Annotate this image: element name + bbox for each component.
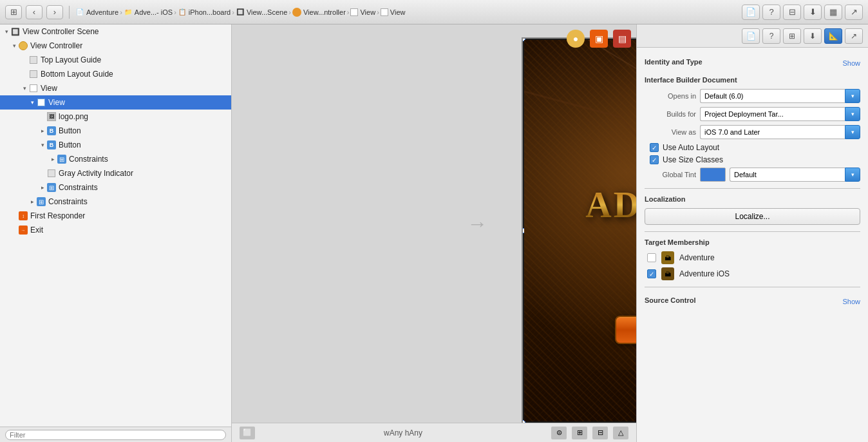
tree-item-constraints2[interactable]: Constraints	[0, 180, 231, 195]
canvas-bottom-left: ⬜	[240, 427, 255, 439]
label-constraints3: Constraints	[48, 197, 88, 206]
inspector-tab-download[interactable]: ⬇	[804, 28, 822, 44]
source-control-show-link[interactable]: Show	[842, 298, 860, 305]
global-tint-swatch[interactable]	[700, 168, 726, 182]
view-as-dropdown-btn[interactable]: ▾	[845, 125, 860, 139]
tree-item-logo[interactable]: 🖼 logo.png	[0, 110, 231, 124]
inspector-tab-ruler[interactable]: 📐	[824, 28, 842, 44]
global-tint-dropdown-btn[interactable]: ▾	[845, 168, 860, 182]
view-as-select[interactable]: iOS 7.0 and Later ▾	[700, 125, 860, 139]
label-button2: Button	[59, 140, 81, 149]
back-btn[interactable]: ‹	[26, 5, 42, 19]
archer-button[interactable]: ARCHER	[615, 316, 636, 344]
target-adventure-ios-checkbox[interactable]: ✓	[647, 269, 656, 278]
inspector-btn[interactable]: ⊟	[783, 5, 801, 20]
device-frame: ADVENTUR ARCHER	[522, 37, 636, 423]
top-layout-icon	[28, 55, 39, 65]
inspector-tab-file[interactable]: 📄	[742, 28, 760, 44]
canvas-circle-icon[interactable]: ●	[567, 30, 585, 48]
view-icon1	[350, 8, 358, 16]
view-parent-icon	[28, 83, 39, 93]
inspector-tab-arrow[interactable]: ↗	[845, 28, 863, 44]
tree-item-vc-scene[interactable]: 🔲 View Controller Scene	[0, 24, 231, 39]
tree-item-view-controller[interactable]: View Controller	[0, 39, 231, 53]
breadcrumb-ios[interactable]: 📁 Adve...- iOS	[124, 8, 173, 17]
label-logo: logo.png	[59, 112, 88, 121]
opens-in-select[interactable]: Default (6.0) ▾	[700, 89, 860, 103]
help-btn[interactable]: ?	[762, 5, 780, 20]
navigator-panel: 🔲 View Controller Scene View Controller …	[0, 24, 232, 442]
tree-item-view-parent[interactable]: View	[0, 81, 231, 95]
inspector-tab-grid[interactable]: ⊞	[783, 28, 801, 44]
breadcrumb-adventure[interactable]: 📄 Adventure	[75, 8, 118, 17]
tree-item-exit[interactable]: → Exit	[0, 223, 231, 237]
tree-item-bottom-layout[interactable]: Bottom Layout Guide	[0, 67, 231, 81]
navigator-filter-input[interactable]	[5, 430, 226, 440]
tree-item-button1[interactable]: B Button	[0, 124, 231, 138]
arrow-btn2	[39, 141, 46, 149]
builds-for-select[interactable]: Project Deployment Tar... ▾	[700, 107, 860, 121]
global-tint-select[interactable]: Default ▾	[730, 168, 860, 182]
navigator-btn[interactable]: ↗	[845, 5, 863, 20]
label-first-responder: First Responder	[30, 211, 85, 220]
target-adventure-icon: 🏔	[661, 251, 674, 264]
builds-for-dropdown-btn[interactable]: ▾	[845, 107, 860, 121]
label-view-parent: View	[41, 84, 57, 93]
vc-icon	[292, 8, 301, 17]
breadcrumb-vc[interactable]: View...ntroller	[292, 8, 346, 17]
opens-in-row: Opens in Default (6.0) ▾	[645, 89, 860, 103]
resolve-btn[interactable]: △	[613, 427, 628, 439]
target-adventure-checkbox[interactable]	[647, 253, 656, 262]
file-icon: 📄	[75, 8, 84, 17]
bottom-layout-icon	[28, 69, 39, 79]
tree-item-constraints1[interactable]: Constraints	[0, 152, 231, 166]
align-btn[interactable]: ⊜	[551, 427, 567, 439]
label-vc-scene: View Controller Scene	[23, 27, 99, 36]
frame-btn[interactable]: ⬜	[240, 427, 255, 439]
download-btn[interactable]: ⬇	[804, 5, 822, 20]
target-adventure-ios-name: Adventure iOS	[679, 269, 730, 278]
identity-section-header: Identity and Type Show	[645, 55, 860, 71]
target-adventure-name: Adventure	[679, 253, 715, 262]
tree-item-button2[interactable]: B Button	[0, 138, 231, 152]
arrow-constraints1	[49, 155, 57, 163]
target-adventure-ios-row: ✓ 🏔 Adventure iOS	[645, 267, 860, 280]
size-classes-checkbox[interactable]	[650, 155, 659, 164]
canvas-viewport[interactable]: ● ▣ ▤ →	[232, 24, 636, 423]
tree-item-constraints3[interactable]: Constraints	[0, 195, 231, 209]
tree-item-view-child[interactable]: View	[0, 95, 231, 110]
auto-layout-label: Use Auto Layout	[663, 143, 719, 152]
arrow-constraints2	[39, 184, 46, 191]
canvas-film-icon[interactable]: ▤	[613, 30, 631, 48]
breadcrumb-storyboard[interactable]: 📋 iPhon...board	[178, 8, 231, 17]
tree-item-gray-activity[interactable]: Gray Activity Indicator	[0, 166, 231, 180]
pin-btn[interactable]: ⊟	[592, 427, 608, 439]
entry-point-arrow: →	[467, 212, 487, 236]
grid-view-btn[interactable]: ⊞	[5, 5, 22, 19]
tree-item-top-layout[interactable]: Top Layout Guide	[0, 53, 231, 67]
builds-for-label: Builds for	[645, 110, 696, 118]
ib-header: Interface Builder Document	[645, 76, 860, 84]
opens-in-dropdown-btn[interactable]: ▾	[845, 89, 860, 103]
arrow-view-parent	[21, 84, 28, 92]
source-control-header: Source Control	[645, 296, 695, 304]
breadcrumb-scene[interactable]: 🔲 View...Scene	[236, 8, 287, 17]
localize-button[interactable]: Localize...	[645, 208, 860, 225]
vc-circle-icon	[18, 41, 28, 51]
inspector-panel: 📄 ? ⊞ ⬇ 📐 ↗ Identity and Type Show Inter…	[636, 24, 868, 442]
tree-item-first-responder[interactable]: ↕ First Responder	[0, 209, 231, 223]
svg-line-1	[621, 117, 636, 156]
size-classes-label: Use Size Classes	[663, 155, 723, 164]
identity-show-link[interactable]: Show	[842, 59, 860, 67]
new-file-btn[interactable]: 📄	[742, 5, 760, 20]
breadcrumb-view2[interactable]: View	[381, 8, 406, 16]
layout-btn[interactable]: ⊞	[572, 427, 587, 439]
panel-btn[interactable]: ▦	[824, 5, 842, 20]
auto-layout-checkbox[interactable]	[650, 143, 659, 152]
breadcrumb-view1[interactable]: View	[350, 8, 375, 16]
navigator-bottom	[0, 427, 231, 442]
main-area: 🔲 View Controller Scene View Controller …	[0, 24, 868, 442]
canvas-cube-icon[interactable]: ▣	[590, 30, 608, 48]
inspector-tab-help[interactable]: ?	[762, 28, 780, 44]
forward-btn[interactable]: ›	[46, 5, 63, 19]
